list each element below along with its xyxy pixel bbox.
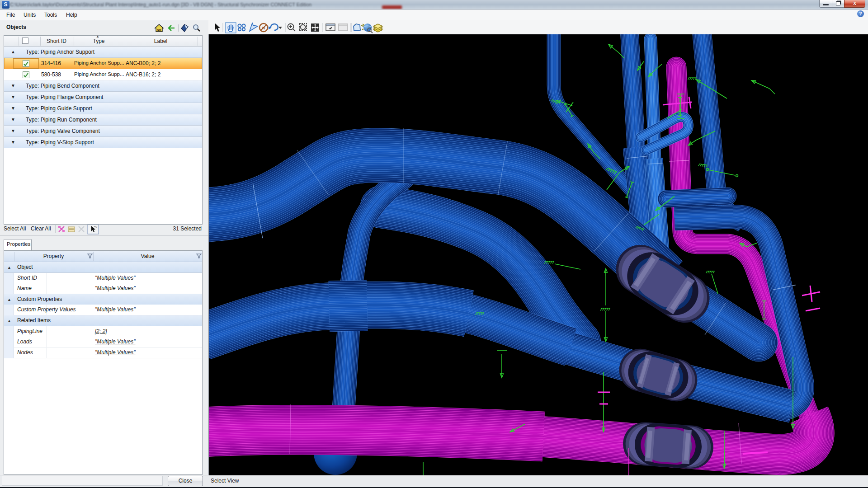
svg-text:N: N	[262, 26, 265, 30]
svg-text:on: on	[157, 28, 161, 31]
